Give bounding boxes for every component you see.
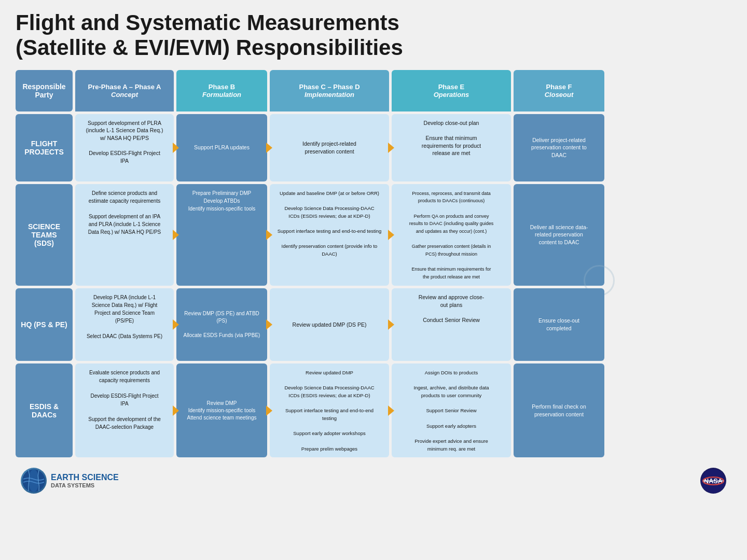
science-col4: Process, reprocess, and transmit data pr… <box>392 184 511 286</box>
esdis-col2: Review DMP Identify mission-specific too… <box>176 363 267 458</box>
arrow-esdis-col2 <box>266 405 272 416</box>
arrow-flight-col3 <box>388 143 394 153</box>
page-title: Flight and Systematic Measurements (Sate… <box>16 10 731 61</box>
hq-col1: Develop PLRA (include L-1 Science Data R… <box>75 288 174 361</box>
col3-title: Phase C – Phase D <box>299 83 359 91</box>
col4-title: Phase E <box>438 83 465 91</box>
arrow-science-col1 <box>173 230 179 240</box>
arrow-esdis-col3 <box>388 405 394 416</box>
nasa-logo: NASA <box>700 468 726 494</box>
hq-col4: Review and approve close- out plans Cond… <box>392 288 511 361</box>
label-science-teams: SCIENCE TEAMS (SDS) <box>16 184 73 286</box>
flight-col2: Support PLRA updates <box>176 114 267 181</box>
header-col5: Phase F Closeout <box>514 70 604 111</box>
arrow-flight-col2 <box>266 143 272 153</box>
arrow-hq-col3 <box>388 319 394 330</box>
col1-title: Pre-Phase A – Phase A <box>88 83 161 91</box>
col4-subtitle: Operations <box>434 91 469 99</box>
main-grid: Responsible Party Pre-Phase A – Phase A … <box>16 70 731 458</box>
flight-col3: Identify project-related preservation co… <box>270 114 389 181</box>
hq-col2: Review DMP (DS PE) and ATBD (PS) Allocat… <box>176 288 267 361</box>
arrow-hq-col1 <box>173 319 179 330</box>
hq-col3: Review updated DMP (DS PE) <box>270 288 389 361</box>
col2-title: Phase B <box>209 83 235 91</box>
header-col2: Phase B Formulation <box>176 70 267 111</box>
arrow-hq-col2 <box>266 319 272 330</box>
esdis-col4: Assign DOIs to products Ingest, archive,… <box>392 363 511 458</box>
label-hq: HQ (PS & PE) <box>16 288 73 361</box>
flight-col1: Support development of PLRA (include L-1… <box>75 114 174 181</box>
col5-subtitle: Closeout <box>545 91 574 99</box>
header-col3: Phase C – Phase D Implementation <box>270 70 389 111</box>
earth-logo-icon <box>21 468 47 494</box>
header-col1: Pre-Phase A – Phase A Concept <box>75 70 174 111</box>
science-col2: Prepare Preliminary DMP Develop ATBDs Id… <box>176 184 267 286</box>
hq-col5: Ensure close-out completed <box>514 288 604 361</box>
earth-logo-text: EARTH SCIENCE DATA SYSTEMS <box>51 473 119 488</box>
flight-col4: Develop close-out plan Ensure that minim… <box>392 114 511 181</box>
header-responsible: Responsible Party <box>16 70 73 111</box>
science-col1: Define science products and estimate cap… <box>75 184 174 286</box>
svg-point-1 <box>29 469 39 492</box>
science-col5: Deliver all science data- related preser… <box>514 184 604 286</box>
label-esdis-daacs: ESDIS & DAACs <box>16 363 73 458</box>
col3-subtitle: Implementation <box>305 91 354 99</box>
arrow-flight-col1 <box>173 143 179 153</box>
esdis-col1: Evaluate science products and capacity r… <box>75 363 174 458</box>
label-flight-projects: FLIGHT PROJECTS <box>16 114 73 181</box>
arrow-science-col3 <box>388 230 394 240</box>
col2-subtitle: Formulation <box>202 91 241 99</box>
science-col3: Update and baseline DMP (at or before OR… <box>270 184 389 286</box>
esdis-col5: Perform final check on preservation cont… <box>514 363 604 458</box>
arrow-science-col2 <box>266 230 272 240</box>
header-col4: Phase E Operations <box>392 70 511 111</box>
flight-col5: Deliver project-related preservation con… <box>514 114 604 181</box>
col1-subtitle: Concept <box>111 91 138 99</box>
col5-title: Phase F <box>546 83 572 91</box>
arrow-esdis-col1 <box>173 405 179 416</box>
earth-science-logo: EARTH SCIENCE DATA SYSTEMS <box>21 468 119 494</box>
footer: EARTH SCIENCE DATA SYSTEMS NASA <box>16 465 731 496</box>
esdis-col3: Review updated DMP Develop Science Data … <box>270 363 389 458</box>
